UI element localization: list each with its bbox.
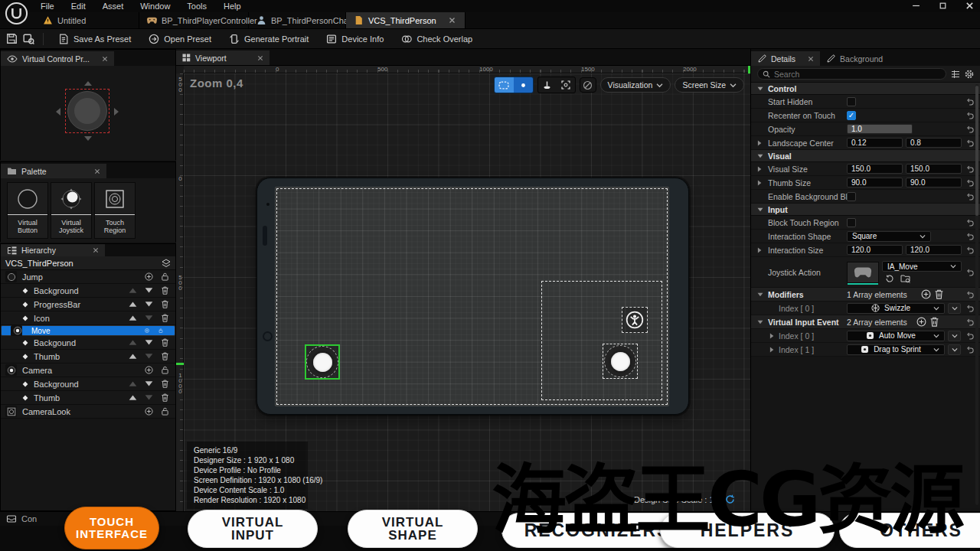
revert-icon[interactable] <box>966 97 975 106</box>
trash-icon[interactable] <box>161 338 169 347</box>
move-up-icon[interactable] <box>129 380 137 388</box>
tab-vcs-thirdperson[interactable]: VCS_ThirdPerson <box>346 12 466 28</box>
menu-window[interactable]: Window <box>133 1 177 11</box>
move-down-icon[interactable] <box>145 393 153 402</box>
content-drawer-button[interactable]: Con <box>0 514 43 523</box>
move-down-icon[interactable] <box>145 338 153 347</box>
hierarchy-row-icon[interactable]: Icon <box>1 311 175 325</box>
expand-arrow-icon[interactable] <box>769 333 774 339</box>
menu-edit[interactable]: Edit <box>64 1 93 11</box>
close-panel-icon[interactable] <box>808 56 814 62</box>
menu-tools[interactable]: Tools <box>180 1 214 11</box>
visual-size-y-field[interactable]: 150.0 <box>906 164 962 174</box>
hierarchy-row-camera[interactable]: Camera <box>1 364 175 377</box>
lock-icon[interactable] <box>161 272 169 281</box>
background-tab[interactable]: Background <box>820 51 889 66</box>
save-as-preset-button[interactable]: Save As Preset <box>52 31 137 47</box>
event-options-dropdown[interactable] <box>948 344 961 355</box>
move-up-icon[interactable] <box>129 300 137 308</box>
device-screen[interactable] <box>275 187 669 406</box>
interaction-size-y-field[interactable]: 120.0 <box>906 245 962 255</box>
section-modifiers[interactable]: Modifiers 1 Array elements <box>751 288 980 302</box>
hierarchy-row-thumb2[interactable]: Thumb <box>1 391 175 405</box>
move-up-icon[interactable] <box>129 286 137 295</box>
move-up-icon[interactable] <box>129 314 137 322</box>
close-window-button[interactable] <box>965 2 974 10</box>
layers-icon[interactable] <box>162 259 171 268</box>
add-child-icon[interactable] <box>145 366 153 374</box>
recenter-checkbox[interactable]: ✓ <box>847 111 856 120</box>
add-array-element-icon[interactable] <box>916 317 926 327</box>
move-down-icon[interactable] <box>145 314 153 322</box>
revert-icon[interactable] <box>966 246 975 254</box>
opacity-slider[interactable]: 1.0 <box>847 124 913 134</box>
event-options-dropdown[interactable] <box>948 331 961 341</box>
move-up-icon[interactable] <box>129 352 137 360</box>
selection-mode-button[interactable] <box>495 77 514 93</box>
close-panel-icon[interactable] <box>94 168 100 174</box>
block-touch-checkbox[interactable] <box>847 218 856 227</box>
browse-to-asset-icon[interactable] <box>900 274 910 283</box>
palette-virtual-button[interactable]: Virtual Button <box>7 182 48 239</box>
scrollbar-thumb[interactable] <box>975 86 978 216</box>
revert-icon[interactable] <box>966 304 975 312</box>
grid-view-icon[interactable] <box>951 70 960 79</box>
expand-arrow-icon[interactable] <box>757 166 762 172</box>
menu-help[interactable]: Help <box>217 1 248 11</box>
trash-icon[interactable] <box>929 317 939 327</box>
interaction-shape-select[interactable]: Square <box>847 231 931 242</box>
tab-untitled[interactable]: Untitled <box>35 12 139 28</box>
tab-bp-thirdpersoncharacter[interactable]: BP_ThirdPersonCharacter <box>249 12 346 28</box>
section-input[interactable]: Input <box>751 204 980 216</box>
start-hidden-checkbox[interactable] <box>847 97 856 106</box>
modifier-options-dropdown[interactable] <box>948 303 961 314</box>
tab-bp-thirdplayercontroller[interactable]: BP_ThirdPlayerController <box>139 12 249 28</box>
hierarchy-row-background[interactable]: Background <box>1 284 175 298</box>
menu-file[interactable]: File <box>34 1 61 11</box>
trash-icon[interactable] <box>161 352 169 360</box>
move-down-icon[interactable] <box>145 300 153 308</box>
hierarchy-row-move-selected[interactable]: Move <box>1 325 175 336</box>
close-panel-icon[interactable] <box>93 247 99 253</box>
thumb-size-y-field[interactable]: 90.0 <box>906 178 962 187</box>
modifier-select[interactable]: Swizzle <box>847 303 945 314</box>
move-down-icon[interactable] <box>145 286 153 295</box>
minimize-button[interactable] <box>912 2 920 10</box>
save-icon[interactable] <box>6 33 18 44</box>
move-joystick-widget-selected[interactable] <box>305 344 340 380</box>
trash-icon[interactable] <box>934 289 944 299</box>
input-action-thumbnail[interactable] <box>847 262 879 283</box>
revert-icon[interactable] <box>966 178 975 187</box>
details-tab[interactable]: Details <box>751 51 820 66</box>
expand-arrow-icon[interactable] <box>757 247 762 253</box>
preview-panel-tab[interactable]: Virtual Control Pr... <box>1 51 114 66</box>
revert-icon[interactable] <box>966 192 975 201</box>
expand-arrow-icon[interactable] <box>769 347 774 353</box>
add-child-icon[interactable] <box>145 272 153 281</box>
revert-icon[interactable] <box>966 125 975 133</box>
close-panel-icon[interactable] <box>257 55 263 61</box>
localization-preview-button[interactable] <box>580 77 596 93</box>
section-virtual-input-event[interactable]: Virtual Input Event 2 Array elements <box>751 315 980 329</box>
add-child-icon[interactable] <box>144 328 150 333</box>
dot-mode-button[interactable] <box>514 77 533 93</box>
trash-icon[interactable] <box>161 286 169 295</box>
hierarchy-row-cameralook[interactable]: CameraLook <box>1 405 175 419</box>
hierarchy-row-progressbar[interactable]: ProgressBar <box>1 298 175 311</box>
unreal-logo-icon[interactable] <box>5 2 28 25</box>
revert-icon[interactable] <box>966 111 975 119</box>
viewport-tab[interactable]: Viewport <box>176 51 270 65</box>
lock-icon[interactable] <box>158 328 164 333</box>
trash-icon[interactable] <box>161 300 169 308</box>
screen-size-dropdown[interactable]: Screen Size <box>675 77 744 93</box>
trash-icon[interactable] <box>161 380 169 388</box>
maximize-button[interactable] <box>939 2 947 10</box>
menu-asset[interactable]: Asset <box>96 1 131 11</box>
landscape-center-y-field[interactable]: 0.8 <box>906 138 962 148</box>
trash-icon[interactable] <box>161 314 169 322</box>
move-up-icon[interactable] <box>129 338 137 347</box>
bottom-tab-touch-interface[interactable]: TOUCHINTERFACE <box>64 507 159 549</box>
revert-icon[interactable] <box>966 218 975 227</box>
add-array-element-icon[interactable] <box>921 289 931 299</box>
trash-icon[interactable] <box>161 393 169 402</box>
